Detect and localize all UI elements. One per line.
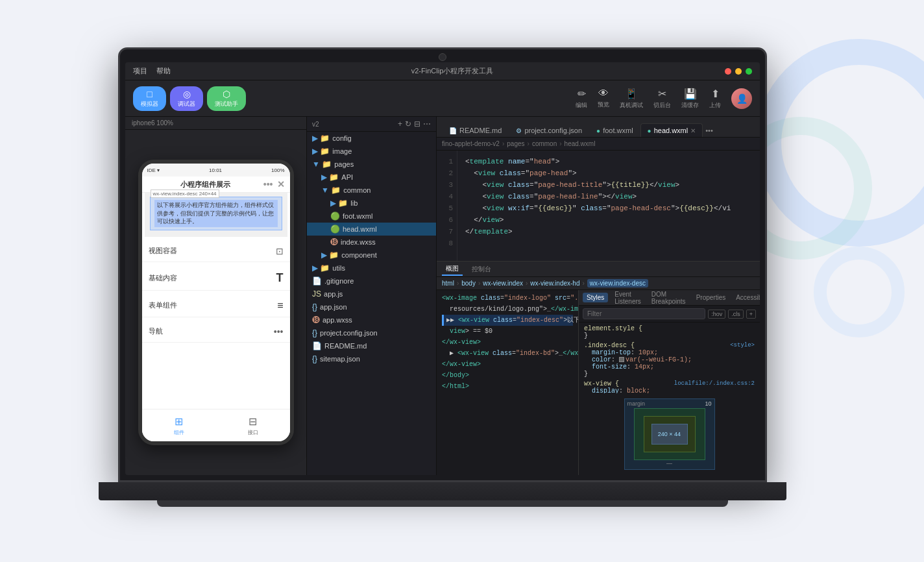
tree-item-foot[interactable]: 🟢 foot.wxml (307, 210, 436, 223)
filter-hov[interactable]: :hov (708, 310, 725, 319)
tree-icon-refresh[interactable]: ↻ (405, 119, 411, 128)
folder-icon-lib: ▶ 📁 (330, 199, 348, 208)
tab-more[interactable]: ••• (703, 124, 716, 137)
style-tab-dom[interactable]: DOM Breakpoints (648, 290, 690, 306)
debug-button[interactable]: ◎ 调试器 (170, 86, 203, 111)
nav-item-component[interactable]: ⊞ 组件 (174, 415, 184, 436)
tree-icon-collapse[interactable]: ⊟ (414, 119, 420, 128)
tree-icon-add[interactable]: + (398, 119, 402, 128)
folder-icon-pages: ▼ 📁 (312, 160, 332, 169)
file-icon-foot: 🟢 (330, 212, 340, 221)
edit-action[interactable]: ✏ 编辑 (576, 88, 587, 110)
phone-section-basic: 基础内容 T (142, 266, 290, 291)
filter-cls[interactable]: .cls (728, 310, 744, 319)
html-tree[interactable]: <wx-image class="index-logo" src="../res… (437, 290, 578, 475)
code-editor[interactable]: 12345678 <template name="head"> <view cl… (437, 151, 760, 261)
el-crumb-index[interactable]: wx-view.index (483, 280, 523, 287)
minimize-button[interactable] (735, 68, 742, 75)
ht-line-close-wx: </wx-view> (442, 359, 573, 370)
test-button[interactable]: ⬡ 测试助手 (207, 86, 246, 111)
file-icon-projectjson: {} (312, 328, 317, 337)
bottom-tab-overview[interactable]: 概图 (442, 263, 463, 276)
style-tab-events[interactable]: Event Listeners (611, 290, 645, 306)
tree-label-foot: foot.wxml (343, 212, 372, 220)
phone-close-icon[interactable]: ✕ (277, 179, 285, 189)
tree-item-pages[interactable]: ▼ 📁 pages (307, 158, 436, 171)
style-tab-styles[interactable]: Styles (583, 293, 608, 302)
el-crumb-body[interactable]: body (461, 280, 476, 287)
folder-icon-utils: ▶ 📁 (312, 263, 330, 273)
tree-item-image[interactable]: ▶ 📁 image (307, 145, 436, 158)
tree-item-gitignore[interactable]: 📄 .gitignore (307, 275, 436, 287)
cache-action[interactable]: 💾 清缓存 (681, 88, 699, 110)
close-button[interactable] (725, 68, 731, 75)
ht-line-active[interactable]: ▶▶ <wx-view class="index-desc">以下将展示小程序官… (442, 315, 573, 326)
tree-item-head[interactable]: 🟢 head.wxml (307, 223, 436, 236)
simulate-button[interactable]: □ 模拟器 (133, 86, 166, 111)
preview-action[interactable]: 👁 预览 (598, 88, 609, 109)
real-device-action[interactable]: 📱 真机调试 (620, 88, 643, 110)
tree-label-pages: pages (334, 160, 354, 168)
line-numbers: 12345678 (437, 151, 457, 261)
code-line-8 (465, 238, 752, 249)
file-icon-appjs: JS (312, 289, 321, 299)
tree-item-config[interactable]: ▶ 📁 config (307, 132, 436, 145)
tab-head[interactable]: ● head.wxml ✕ (640, 123, 703, 137)
tree-item-utils[interactable]: ▶ 📁 utils (307, 262, 436, 275)
upload-action[interactable]: ⬆ 上传 (709, 88, 721, 110)
tree-header: v2 + ↻ ⊟ ⋯ (307, 117, 436, 132)
tree-item-indexwxss[interactable]: ⓲ index.wxss (307, 236, 436, 249)
folder-icon-api: ▶ 📁 (321, 173, 339, 182)
file-icon-head: 🟢 (330, 225, 340, 234)
breadcrumb: fino-applet-demo-v2 › pages › common › h… (437, 138, 760, 151)
style-tab-access[interactable]: Accessibility (732, 293, 760, 302)
laptop: 项目 帮助 v2-FinClip小程序开发工具 □ 模拟器 (118, 47, 806, 515)
tab-readme[interactable]: 📄 README.md (442, 123, 509, 137)
menu-item-project[interactable]: 项目 (133, 66, 147, 76)
tree-item-api[interactable]: ▶ 📁 API (307, 171, 436, 184)
tree-item-appwxss[interactable]: ⓲ app.wxss (307, 313, 436, 326)
el-crumb-hd[interactable]: wx-view.index-hd (530, 280, 579, 287)
ht-line-close-view: </wx-view> (442, 337, 573, 348)
breadcrumb-part-0: fino-applet-demo-v2 (442, 140, 500, 147)
tab-project-config[interactable]: ⚙ project.config.json (509, 123, 589, 137)
style-prop-margin: margin-top: 10px; (584, 349, 755, 356)
style-prop-display: display: block; (584, 387, 755, 393)
maximize-button[interactable] (746, 68, 752, 75)
phone-title: 小程序组件展示 (180, 180, 230, 189)
tab-bar: 📄 README.md ⚙ project.config.json ● foot… (437, 117, 760, 138)
ide-container: 项目 帮助 v2-FinClip小程序开发工具 □ 模拟器 (125, 62, 760, 475)
section-icon-form: ≡ (277, 300, 283, 312)
tree-item-lib[interactable]: ▶ 📁 lib (307, 197, 436, 210)
tree-item-appjson[interactable]: {} app.json (307, 300, 436, 313)
style-selector-wxview: wx-view { localfile:/.index.css:2 (584, 380, 755, 387)
tree-item-projectjson[interactable]: {} project.config.json (307, 326, 436, 339)
preview-icon: 👁 (598, 88, 609, 99)
tree-label-readme: README.md (324, 342, 367, 350)
filter-add[interactable]: + (746, 310, 756, 319)
filter-input[interactable] (583, 308, 705, 319)
el-crumb-html[interactable]: html (442, 280, 454, 287)
bottom-tab-console[interactable]: 控制台 (468, 263, 495, 275)
real-device-label: 真机调试 (620, 101, 643, 110)
phone-more-icon[interactable]: ••• (263, 179, 273, 189)
tab-close-head[interactable]: ✕ (690, 127, 696, 134)
tree-item-sitemap[interactable]: {} sitemap.json (307, 352, 436, 365)
tree-icon-more[interactable]: ⋯ (423, 119, 431, 128)
menubar: 项目 帮助 v2-FinClip小程序开发工具 (125, 62, 760, 80)
code-content[interactable]: <template name="head"> <view class="page… (457, 151, 760, 261)
cut-action[interactable]: ✂ 切后台 (653, 88, 671, 110)
menu-item-help[interactable]: 帮助 (156, 66, 171, 76)
tree-item-component[interactable]: ▶ 📁 component (307, 249, 436, 262)
nav-label-api: 接口 (248, 429, 258, 436)
el-crumb-desc[interactable]: wx-view.index-desc (587, 279, 648, 287)
tree-item-appjs[interactable]: JS app.js (307, 287, 436, 300)
tree-item-common[interactable]: ▼ 📁 common (307, 184, 436, 197)
style-tab-props[interactable]: Properties (692, 293, 730, 302)
device-info: iphone6 100% (125, 117, 306, 130)
nav-item-api[interactable]: ⊟ 接口 (248, 415, 258, 436)
tab-foot[interactable]: ● foot.wxml (589, 123, 640, 137)
avatar[interactable]: 👤 (731, 88, 752, 109)
code-line-2: <view class="page-head"> (465, 167, 752, 179)
tree-item-readme[interactable]: 📄 README.md (307, 339, 436, 352)
